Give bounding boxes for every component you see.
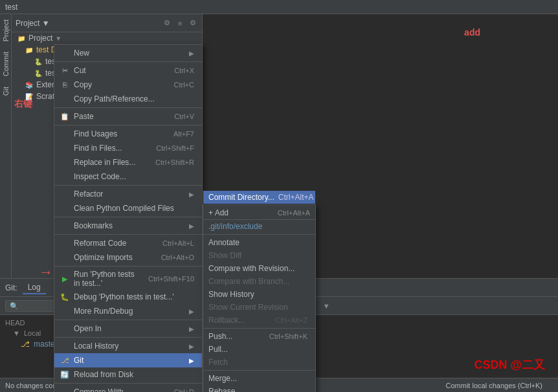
commit-dir-shortcut: Ctrl+Alt+A — [278, 193, 314, 202]
menu-item-local-history[interactable]: Local History ▶ — [54, 339, 202, 353]
git-local-label: Local — [24, 329, 41, 337]
menu-item-open-in[interactable]: Open In ▶ — [54, 321, 202, 336]
git-rollback[interactable]: Rollback... Ctrl+Alt+Z — [203, 314, 315, 327]
git-log-tab[interactable]: Log — [23, 281, 46, 294]
git-merge[interactable]: Merge... — [203, 372, 315, 385]
menu-item-run[interactable]: ▶ Run 'Python tests in test...' Ctrl+Shi… — [54, 268, 202, 290]
local-history-icon — [60, 341, 70, 351]
menu-item-refactor[interactable]: Refactor ▶ — [54, 187, 202, 201]
submenu-sep-0 — [203, 234, 315, 235]
git-menu-icon: ⎇ — [60, 355, 70, 365]
youjian-annotation: 右键 — [14, 98, 32, 110]
menu-item-paste[interactable]: 📋 Paste Ctrl+V — [54, 109, 202, 124]
git-show-current-revision[interactable]: Show Current Revision — [203, 301, 315, 314]
clean-icon — [60, 203, 70, 213]
menu-item-copy-path[interactable]: Copy Path/Reference... — [54, 92, 202, 106]
menu-item-optimize[interactable]: Optimize Imports Ctrl+Alt+O — [54, 250, 202, 265]
add-annotation: add — [464, 27, 480, 38]
menu-separator-6 — [54, 234, 202, 235]
menu-item-find-usages[interactable]: Find Usages Alt+F7 — [54, 127, 202, 141]
menu-item-bookmarks[interactable]: Bookmarks ▶ — [54, 219, 202, 233]
exclude-label: .git/info/exclude — [208, 222, 262, 231]
menu-item-reformat[interactable]: Reformat Code Ctrl+Alt+L — [54, 236, 202, 250]
submenu-sep-2 — [203, 370, 315, 371]
menu-separator-9 — [54, 337, 202, 338]
find-usages-icon — [60, 129, 70, 139]
menu-item-reload[interactable]: 🔄 Reload from Disk — [54, 367, 202, 382]
menu-separator-5 — [54, 217, 202, 217]
file-icon-test2: 🐍 — [34, 69, 43, 78]
menu-item-copy[interactable]: ⎘ Copy Ctrl+C — [54, 78, 202, 92]
git-show-history[interactable]: Show History — [203, 288, 315, 301]
menu-separator-4 — [54, 185, 202, 186]
menu-separator-2 — [54, 107, 202, 108]
test-folder-icon: 📁 — [25, 45, 34, 54]
menu-item-debug[interactable]: 🐛 Debug 'Python tests in test...' — [54, 290, 202, 304]
project-toolbar: Project ▼ ⚙ ≡ ⚙ — [12, 14, 202, 32]
menu-separator-10 — [54, 383, 202, 384]
add-shortcut: Ctrl+Alt+A — [278, 209, 310, 217]
csdn-watermark: CSDN @二又 — [474, 357, 545, 373]
git-compare-revision[interactable]: Compare with Revision... — [203, 262, 315, 275]
menu-item-new[interactable]: New ▶ — [54, 46, 202, 60]
status-commit-local: Commit local changes (Ctrl+K) — [446, 382, 542, 389]
git-panel-title: Git: — [5, 283, 17, 292]
compare-icon — [60, 387, 70, 392]
git-fetch[interactable]: Fetch — [203, 356, 315, 369]
git-branch-icon: ⎇ — [21, 340, 30, 349]
reload-icon: 🔄 — [60, 369, 70, 380]
replace-icon — [60, 157, 70, 168]
add-label[interactable]: + Add — [208, 208, 278, 217]
menu-item-git[interactable]: ⎇ Git ▶ — [54, 353, 202, 367]
menu-item-clean-python[interactable]: Clean Python Compiled Files — [54, 201, 202, 215]
app-title: test — [5, 3, 17, 12]
menu-separator-3 — [54, 125, 202, 125]
run-icon: ▶ — [60, 274, 70, 284]
submenu-sep-1 — [203, 328, 315, 329]
settings-icon[interactable]: ⚙ — [162, 18, 172, 28]
project-panel-title: Project ▼ — [16, 19, 159, 28]
new-icon — [60, 48, 70, 58]
menu-item-more-run[interactable]: More Run/Debug ▶ — [54, 304, 202, 318]
folder-icon: 📁 — [17, 34, 26, 43]
commit-dir-label: Commit Directory... — [208, 193, 274, 202]
refactor-icon — [60, 189, 70, 199]
git-show-diff[interactable]: Show Diff — [203, 249, 315, 262]
git-exclude-item[interactable]: .git/info/exclude — [203, 220, 315, 233]
title-bar: test — [0, 0, 558, 14]
tree-item-project[interactable]: 📁 Project ▼ — [12, 32, 202, 44]
git-rebase[interactable]: Rebase... — [203, 385, 315, 392]
git-nav-next-icon[interactable]: ▼ — [321, 301, 331, 311]
red-arrow-annotation: → — [39, 264, 53, 281]
inspect-icon — [60, 171, 70, 182]
more-run-icon — [60, 306, 70, 316]
file-icon-test1: 🐍 — [34, 57, 43, 66]
find-files-icon — [60, 143, 70, 153]
debug-icon: 🐛 — [60, 292, 70, 302]
menu-item-replace[interactable]: Replace in Files... Ctrl+Shift+R — [54, 155, 202, 169]
sidebar-tab-git[interactable]: Git — [1, 82, 11, 101]
menu-item-compare-with[interactable]: Compare With... Ctrl+D — [54, 385, 202, 392]
sidebar-tab-project[interactable]: Project — [1, 14, 11, 47]
git-pull[interactable]: Pull... — [203, 343, 315, 356]
menu-separator-1 — [54, 61, 202, 62]
commit-dir-header[interactable]: Commit Directory... Ctrl+Alt+A — [203, 191, 315, 204]
menu-separator-7 — [54, 266, 202, 267]
sidebar-tab-commit[interactable]: Commit — [1, 47, 11, 82]
menu-separator-8 — [54, 320, 202, 320]
bookmarks-icon — [60, 221, 70, 231]
gear-icon[interactable]: ⚙ — [188, 18, 198, 28]
git-push[interactable]: Push... Ctrl+Shift+K — [203, 330, 315, 343]
context-menu: New ▶ ✂ Cut Ctrl+X ⎘ Copy Ctrl+C Copy Pa… — [54, 44, 203, 392]
git-annotate[interactable]: Annotate — [203, 236, 315, 249]
menu-item-inspect[interactable]: Inspect Code... — [54, 169, 202, 184]
paste-icon: 📋 — [60, 111, 70, 122]
menu-item-find-files[interactable]: Find in Files... Ctrl+Shift+F — [54, 141, 202, 155]
external-icon: 📚 — [25, 80, 34, 89]
git-compare-branch[interactable]: Compare with Branch... — [203, 275, 315, 288]
list-icon[interactable]: ≡ — [175, 18, 185, 28]
git-add-row: + Add Ctrl+Alt+A — [203, 206, 315, 220]
git-head-label: HEAD — [5, 319, 25, 327]
git-submenu: Commit Directory... Ctrl+Alt+A + Add Ctr… — [203, 204, 316, 392]
menu-item-cut[interactable]: ✂ Cut Ctrl+X — [54, 63, 202, 78]
